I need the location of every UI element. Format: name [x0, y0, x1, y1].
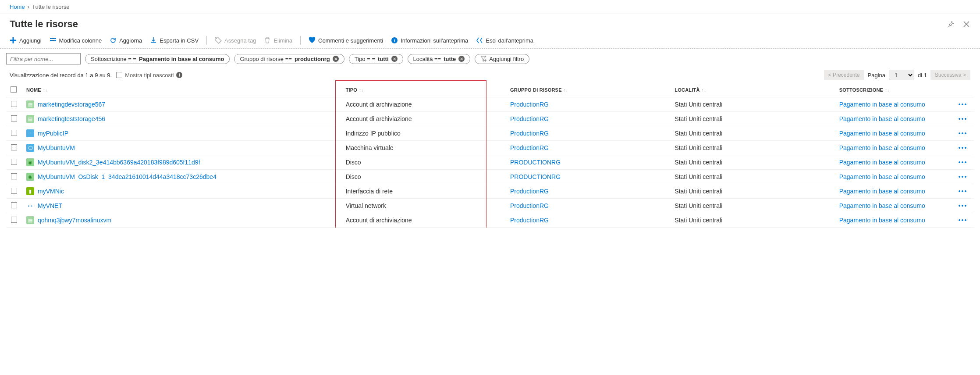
resource-type-icon: 🖵	[26, 144, 34, 152]
resource-group-link[interactable]: ProductionRG	[510, 130, 549, 137]
resource-name-link[interactable]: MyUbuntuVM	[38, 144, 75, 151]
pager-next-button[interactable]: Successiva >	[930, 70, 970, 80]
remove-filter-icon[interactable]: ✕	[391, 56, 398, 62]
filter-value: tutti	[378, 56, 389, 62]
row-checkbox[interactable]	[6, 141, 22, 155]
table-row[interactable]: 🖵MyUbuntuVMMacchina virtualeProductionRG…	[6, 141, 974, 155]
row-more-actions[interactable]: •••	[952, 155, 974, 170]
filter-pill-resource-group[interactable]: Gruppo di risorse == productionrg ✕	[234, 54, 344, 64]
resource-name-link[interactable]: qohmq3jbwy7mosalinuxvm	[38, 217, 111, 224]
column-header-location[interactable]: Località↑↓	[670, 83, 834, 97]
cell-type: Account di archiviazione	[341, 97, 506, 112]
pager-prev-button[interactable]: < Precedente	[824, 70, 864, 80]
remove-filter-icon[interactable]: ✕	[458, 56, 465, 62]
resource-group-link[interactable]: ProductionRG	[510, 101, 549, 108]
exit-preview-button[interactable]: Esci dall'anteprima	[476, 37, 533, 44]
subscription-link[interactable]: Pagamento in base al consumo	[839, 159, 925, 166]
row-more-actions[interactable]: •••	[952, 112, 974, 126]
resource-group-link[interactable]: ProductionRG	[510, 217, 549, 224]
table-row[interactable]: ▤marketingdevstorage567Account di archiv…	[6, 97, 974, 112]
row-more-actions[interactable]: •••	[952, 213, 974, 228]
resource-name-link[interactable]: marketingdevstorage567	[38, 101, 105, 108]
row-more-actions[interactable]: •••	[952, 170, 974, 184]
select-all-checkbox[interactable]	[6, 83, 22, 97]
row-checkbox[interactable]	[6, 213, 22, 228]
filter-pill-location[interactable]: Località == tutte ✕	[408, 54, 471, 64]
row-checkbox[interactable]	[6, 97, 22, 112]
row-more-actions[interactable]: •••	[952, 141, 974, 155]
resource-group-link[interactable]: PRODUCTIONRG	[510, 159, 561, 166]
row-more-actions[interactable]: •••	[952, 184, 974, 199]
preview-info-button[interactable]: i Informazioni sull'anteprima	[391, 37, 468, 44]
resource-name-link[interactable]: MyUbuntuVM_disk2_3e414bb6369a420183f989d…	[38, 159, 200, 166]
edit-columns-button[interactable]: Modifica colonne	[50, 37, 102, 44]
remove-filter-icon[interactable]: ✕	[333, 56, 339, 62]
pager-page-select[interactable]: 1	[889, 70, 914, 80]
resource-group-link[interactable]: PRODUCTIONRG	[510, 173, 561, 180]
column-header-name[interactable]: Nome↑↓	[22, 83, 341, 97]
subscription-link[interactable]: Pagamento in base al consumo	[839, 202, 925, 209]
row-more-actions[interactable]: •••	[952, 199, 974, 213]
subscription-link[interactable]: Pagamento in base al consumo	[839, 188, 925, 195]
info-icon[interactable]: i	[176, 72, 182, 78]
close-icon[interactable]	[962, 20, 970, 28]
subscription-link[interactable]: Pagamento in base al consumo	[839, 217, 925, 224]
table-row[interactable]: ‹·›MyVNETVirtual networkProductionRGStat…	[6, 199, 974, 213]
breadcrumb: Home › Tutte le risorse	[0, 0, 980, 14]
filter-value: Pagamento in base al consumo	[139, 56, 224, 62]
add-filter-button[interactable]: Aggiungi filtro	[475, 54, 529, 64]
resource-group-link[interactable]: ProductionRG	[510, 202, 549, 209]
subscription-link[interactable]: Pagamento in base al consumo	[839, 115, 925, 122]
row-more-actions[interactable]: •••	[952, 97, 974, 112]
row-checkbox[interactable]	[6, 170, 22, 184]
plus-icon	[10, 37, 17, 44]
show-hidden-types-checkbox[interactable]: Mostra tipi nascosti i	[116, 72, 182, 79]
svg-rect-1	[52, 38, 54, 39]
row-checkbox[interactable]	[6, 199, 22, 213]
table-row[interactable]: ⋯myPublicIPIndirizzo IP pubblicoProducti…	[6, 126, 974, 141]
subscription-link[interactable]: Pagamento in base al consumo	[839, 130, 925, 137]
table-row[interactable]: ◉MyUbuntuVM_OsDisk_1_34dea21610014d44a34…	[6, 170, 974, 184]
row-checkbox[interactable]	[6, 126, 22, 141]
table-row[interactable]: ▤qohmq3jbwy7mosalinuxvmAccount di archiv…	[6, 213, 974, 228]
resource-name-link[interactable]: myVMNic	[38, 188, 64, 195]
resource-name-link[interactable]: marketingteststorage456	[38, 115, 105, 122]
refresh-button[interactable]: Aggiorna	[110, 37, 142, 44]
add-button[interactable]: Aggiungi	[10, 37, 42, 44]
pager-of-total: di 1	[918, 72, 927, 79]
column-header-rg[interactable]: Gruppo di risorse↑↓	[506, 83, 670, 97]
resource-name-link[interactable]: MyVNET	[38, 202, 62, 209]
pin-icon[interactable]	[947, 20, 955, 28]
column-header-subscription[interactable]: Sottoscrizione↑↓	[835, 83, 952, 97]
cell-type: Macchina virtuale	[341, 141, 506, 155]
filter-pill-type[interactable]: Tipo = = tutti ✕	[349, 54, 403, 64]
resource-group-link[interactable]: ProductionRG	[510, 144, 549, 151]
resource-name-link[interactable]: myPublicIP	[38, 130, 68, 137]
cell-location: Stati Uniti centrali	[670, 97, 834, 112]
subscription-link[interactable]: Pagamento in base al consumo	[839, 101, 925, 108]
table-row[interactable]: ▮myVMNicInterfaccia di reteProductionRGS…	[6, 184, 974, 199]
table-row[interactable]: ◉MyUbuntuVM_disk2_3e414bb6369a420183f989…	[6, 155, 974, 170]
refresh-icon	[110, 37, 117, 44]
columns-icon	[50, 37, 57, 44]
subscription-link[interactable]: Pagamento in base al consumo	[839, 173, 925, 180]
row-checkbox[interactable]	[6, 112, 22, 126]
feedback-button[interactable]: Commenti e suggerimenti	[309, 37, 383, 44]
resource-group-link[interactable]: ProductionRG	[510, 188, 549, 195]
resource-group-link[interactable]: ProductionRG	[510, 115, 549, 122]
resource-type-icon: ▤	[26, 216, 34, 224]
subscription-link[interactable]: Pagamento in base al consumo	[839, 144, 925, 151]
table-row[interactable]: ▤marketingteststorage456Account di archi…	[6, 112, 974, 126]
name-filter-input[interactable]	[6, 53, 81, 64]
filter-pill-subscription[interactable]: Sottoscrizione = = Pagamento in base al …	[85, 54, 230, 64]
row-more-actions[interactable]: •••	[952, 126, 974, 141]
column-header-type[interactable]: Tipo↑↓	[341, 83, 506, 97]
breadcrumb-home[interactable]: Home	[10, 4, 25, 10]
row-checkbox[interactable]	[6, 184, 22, 199]
svg-point-6	[216, 38, 217, 39]
row-checkbox[interactable]	[6, 155, 22, 170]
exit-icon	[476, 37, 483, 44]
export-csv-button[interactable]: Esporta in CSV	[150, 37, 199, 44]
info-icon: i	[391, 37, 398, 44]
resource-name-link[interactable]: MyUbuntuVM_OsDisk_1_34dea21610014d44a341…	[38, 173, 217, 180]
